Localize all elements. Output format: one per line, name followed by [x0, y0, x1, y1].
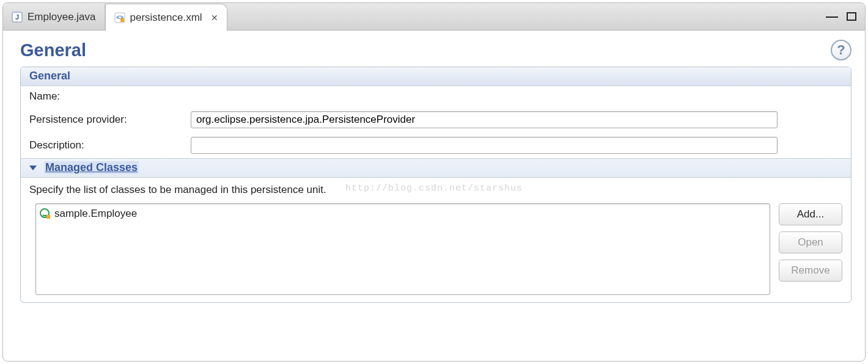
tabbar-controls	[826, 3, 865, 30]
tab-label: Employee.java	[28, 11, 96, 23]
maximize-icon[interactable]	[847, 12, 856, 21]
svg-text:J: J	[15, 13, 19, 21]
add-button[interactable]: Add...	[779, 203, 842, 225]
minimize-icon[interactable]	[826, 15, 838, 18]
help-button[interactable]: ?	[831, 40, 851, 60]
remove-button[interactable]: Remove	[779, 260, 842, 282]
general-form: Name: Persistence provider: Description:	[21, 86, 851, 158]
managed-classes-list[interactable]: sample.Employee	[35, 203, 770, 295]
tab-persistence-xml[interactable]: <> persistence.xml ✕	[105, 4, 227, 31]
editor-tab-bar: J Employee.java <> persistence.xml ✕	[3, 3, 865, 31]
svg-rect-4	[120, 18, 124, 22]
open-button[interactable]: Open	[779, 231, 842, 253]
managed-classes-row: sample.Employee Add... Open Remove	[27, 203, 851, 302]
java-file-icon: J	[12, 12, 23, 23]
managed-classes-link[interactable]: Managed Classes	[44, 161, 139, 174]
provider-label: Persistence provider:	[21, 107, 191, 133]
managed-classes-hint: Specify the list of classes to be manage…	[27, 178, 851, 203]
editor-window: J Employee.java <> persistence.xml ✕ Gen	[2, 2, 866, 362]
section-title-text: General	[29, 70, 70, 82]
name-label: Name:	[21, 86, 191, 107]
persistence-provider-input[interactable]	[191, 111, 778, 128]
tab-employee-java[interactable]: J Employee.java	[3, 4, 105, 30]
list-item-label: sample.Employee	[54, 208, 137, 220]
page-title: General	[20, 40, 86, 60]
xml-file-icon: <>	[114, 12, 125, 23]
description-input[interactable]	[191, 137, 778, 154]
page-header: General ?	[3, 31, 865, 67]
list-item[interactable]: sample.Employee	[40, 206, 766, 221]
section-managed-title-bar[interactable]: Managed Classes	[21, 158, 851, 178]
description-label: Description:	[21, 133, 191, 158]
svg-rect-6	[46, 215, 50, 219]
section-general: General Name: Persistence provider: Desc…	[20, 67, 851, 303]
managed-buttons: Add... Open Remove	[779, 203, 842, 282]
editor-content: General ? General Name: Persistence prov…	[3, 31, 865, 361]
tab-label: persistence.xml	[130, 12, 202, 24]
entity-icon	[40, 208, 51, 219]
section-general-title: General	[21, 67, 851, 86]
chevron-down-icon	[29, 166, 37, 170]
help-icon: ?	[831, 40, 851, 60]
close-icon[interactable]: ✕	[211, 13, 218, 23]
